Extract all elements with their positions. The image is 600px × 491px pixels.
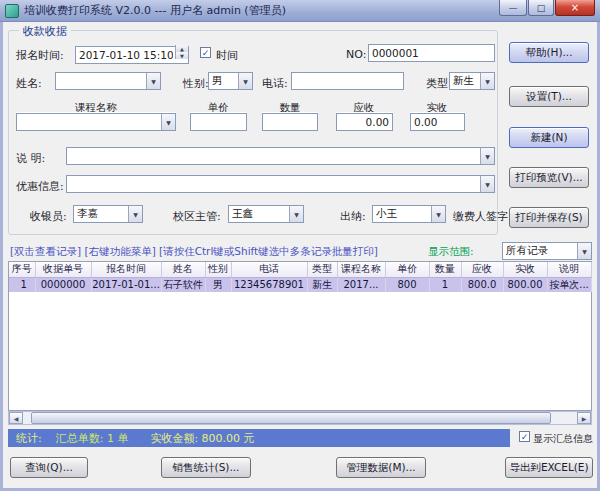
- show-summary-checkbox[interactable]: ✓: [519, 431, 530, 442]
- enroll-time-label: 报名时间:: [16, 48, 64, 63]
- settings-button[interactable]: 设置(T)...: [509, 86, 589, 107]
- col-header[interactable]: 报名时间: [91, 262, 161, 277]
- type-combobox[interactable]: 新生 ▼: [449, 72, 495, 90]
- teller-label: 出纳:: [340, 209, 366, 224]
- chevron-down-icon[interactable]: ▼: [480, 73, 494, 89]
- cell-price: 800: [385, 277, 429, 292]
- table-header-row: 序号 收据单号 报名时间 姓名 性别 电话 类型 课程名称 单价 数量 应收 实…: [9, 262, 591, 277]
- qty-input[interactable]: [262, 113, 318, 131]
- minimize-icon: —: [509, 3, 518, 13]
- phone-input[interactable]: [291, 72, 404, 90]
- app-icon: [5, 4, 19, 18]
- title-bar[interactable]: 培训收费打印系统 V2.0.0 --- 用户名 admin (管理员) — □ …: [0, 0, 600, 22]
- col-header[interactable]: 序号: [9, 262, 35, 277]
- col-header[interactable]: 姓名: [161, 262, 205, 277]
- records-hint: [双击查看记录] [右键功能菜单] [请按住Ctrl键或Shift键选中多条记录…: [10, 245, 378, 259]
- check-icon: ✓: [202, 48, 210, 58]
- type-label: 类型:: [426, 76, 452, 91]
- query-button[interactable]: 查询(Q)...: [10, 457, 88, 478]
- export-excel-button[interactable]: 导出到EXCEL(E): [505, 457, 593, 478]
- supervisor-label: 校区主管:: [173, 209, 221, 224]
- records-table[interactable]: 序号 收据单号 报名时间 姓名 性别 电话 类型 课程名称 单价 数量 应收 实…: [8, 261, 592, 411]
- spinner-up-icon[interactable]: ▲: [176, 45, 188, 52]
- col-header[interactable]: 实收: [503, 262, 547, 277]
- scroll-right-icon[interactable]: ▶: [577, 412, 591, 424]
- cell-course: 2017...: [337, 277, 385, 292]
- chevron-down-icon[interactable]: ▼: [238, 73, 252, 89]
- due-input[interactable]: [336, 113, 393, 131]
- cell-paid: 800.00: [503, 277, 547, 292]
- no-label: NO:: [346, 48, 366, 61]
- window-controls: — □ ×: [498, 0, 595, 16]
- col-header[interactable]: 数量: [429, 262, 461, 277]
- col-header[interactable]: 类型: [307, 262, 337, 277]
- teller-value: 小王: [373, 207, 431, 221]
- enroll-time-field[interactable]: ▲ ▼: [75, 44, 189, 64]
- chevron-down-icon[interactable]: ▼: [431, 206, 445, 222]
- name-combobox[interactable]: ▼: [55, 72, 161, 90]
- scope-combobox[interactable]: 所有记录 ▼: [502, 242, 592, 260]
- maximize-button[interactable]: □: [528, 0, 554, 16]
- check-icon: ✓: [521, 432, 529, 442]
- course-combobox[interactable]: ▼: [16, 113, 176, 131]
- scroll-left-icon[interactable]: ◀: [9, 412, 23, 424]
- scrollbar-thumb[interactable]: [31, 412, 551, 424]
- no-input[interactable]: [368, 44, 495, 62]
- summary-amount: 实收金额: 800.00 元: [150, 431, 254, 446]
- close-button[interactable]: ×: [555, 0, 595, 16]
- help-button[interactable]: 帮助(H)...: [509, 42, 589, 63]
- print-preview-button[interactable]: 打印预览(V)...: [509, 167, 589, 188]
- manage-data-button[interactable]: 管理数据(M)...: [336, 457, 426, 478]
- client-area: 收款收据 报名时间: ▲ ▼ ✓ 时间 NO: 姓名: ▼ 性别: 男 ▼ 电话…: [3, 22, 597, 488]
- chevron-down-icon[interactable]: ▼: [128, 206, 142, 222]
- cashier-label: 收银员:: [30, 209, 67, 224]
- close-icon: ×: [571, 2, 579, 13]
- chevron-down-icon[interactable]: ▼: [480, 148, 494, 164]
- print-save-button[interactable]: 打印并保存(S): [509, 207, 589, 228]
- window-title: 培训收费打印系统 V2.0.0 --- 用户名 admin (管理员): [24, 3, 286, 18]
- gender-value: 男: [209, 74, 238, 88]
- col-header[interactable]: 课程名称: [337, 262, 385, 277]
- col-header[interactable]: 电话: [231, 262, 307, 277]
- scope-label: 显示范围:: [428, 245, 474, 259]
- note-label: 说 明:: [16, 151, 45, 166]
- supervisor-combobox[interactable]: 王鑫 ▼: [228, 205, 304, 223]
- paid-input[interactable]: [410, 113, 465, 131]
- chevron-down-icon[interactable]: ▼: [577, 243, 591, 259]
- enroll-time-input[interactable]: [75, 46, 189, 64]
- show-summary-label: 显示汇总信息: [533, 432, 593, 446]
- new-button[interactable]: 新建(N): [509, 127, 589, 148]
- note-combobox[interactable]: ▼: [66, 147, 495, 165]
- col-header[interactable]: 收据单号: [35, 262, 91, 277]
- cashier-combobox[interactable]: 李嘉 ▼: [73, 205, 143, 223]
- spinner-down-icon[interactable]: ▼: [176, 52, 188, 59]
- col-header[interactable]: 单价: [385, 262, 429, 277]
- discount-label: 优惠信息:: [16, 179, 64, 194]
- cell-enroll-time: 2017-01-01...: [91, 277, 161, 292]
- enroll-time-spinner[interactable]: ▲ ▼: [175, 45, 188, 59]
- cashier-value: 李嘉: [74, 207, 128, 221]
- cell-phone: 12345678901: [231, 277, 307, 292]
- time-checkbox[interactable]: ✓: [200, 47, 211, 58]
- cell-gender: 男: [205, 277, 231, 292]
- teller-combobox[interactable]: 小王 ▼: [372, 205, 446, 223]
- type-value: 新生: [450, 74, 480, 88]
- horizontal-scrollbar[interactable]: ◀ ▶: [8, 411, 592, 425]
- col-header[interactable]: 应收: [461, 262, 503, 277]
- chevron-down-icon[interactable]: ▼: [480, 176, 494, 192]
- cell-note: 按单次...: [547, 277, 591, 292]
- chevron-down-icon[interactable]: ▼: [161, 114, 175, 130]
- table-row[interactable]: 1 0000000 2017-01-01... 石子软件 男 123456789…: [9, 277, 591, 292]
- cell-receipt-no: 0000000: [35, 277, 91, 292]
- sales-stats-button[interactable]: 销售统计(S)...: [161, 457, 251, 478]
- col-header[interactable]: 说明: [547, 262, 591, 277]
- chevron-down-icon[interactable]: ▼: [289, 206, 303, 222]
- scope-value: 所有记录: [503, 244, 577, 258]
- cell-seq: 1: [9, 277, 35, 292]
- col-header[interactable]: 性别: [205, 262, 231, 277]
- minimize-button[interactable]: —: [499, 0, 527, 16]
- gender-combobox[interactable]: 男 ▼: [208, 72, 253, 90]
- price-input[interactable]: [190, 113, 247, 131]
- chevron-down-icon[interactable]: ▼: [146, 73, 160, 89]
- discount-combobox[interactable]: ▼: [66, 175, 495, 193]
